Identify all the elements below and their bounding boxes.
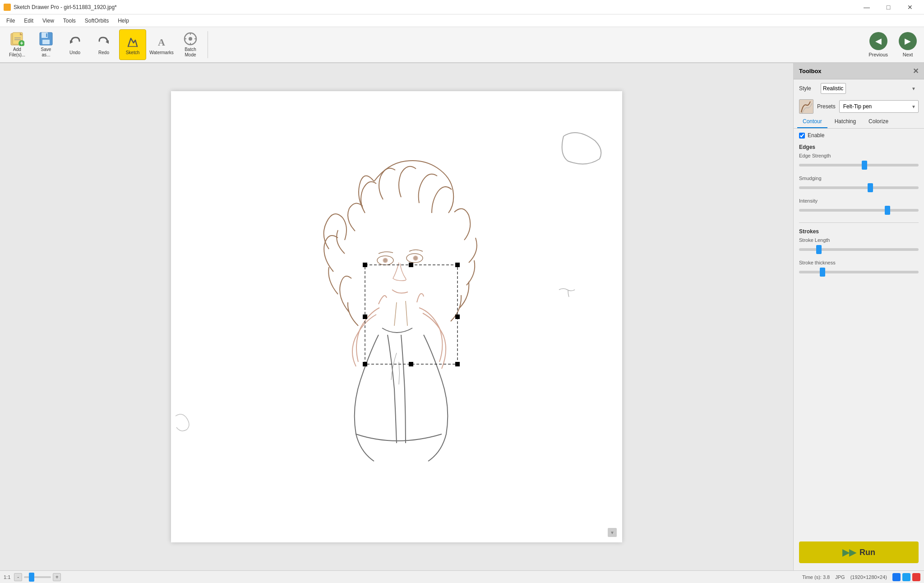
status-bar: 1:1 - + Time (s): 3.8 JPG (1920×1280×24) (0, 570, 924, 583)
menu-bar: File Edit View Tools SoftOrbits Help (0, 14, 924, 27)
undo-icon (68, 35, 82, 49)
menu-edit[interactable]: Edit (19, 16, 38, 26)
smudging-slider[interactable] (799, 186, 919, 189)
style-select[interactable]: Realistic Cartoon Pencil (821, 83, 846, 94)
enable-label: Enable (808, 132, 824, 139)
zoom-minus-button[interactable]: - (14, 573, 22, 581)
next-icon: ▶ (899, 32, 917, 50)
svg-rect-34 (455, 315, 460, 319)
toolbar: + AddFile(s)... Saveas... Undo (0, 27, 924, 63)
menu-file[interactable]: File (2, 16, 19, 26)
stroke-thickness-row: Stroke thickness (794, 258, 924, 281)
toolbox-close-button[interactable]: ✕ (913, 67, 919, 75)
stroke-thickness-slider[interactable] (799, 271, 919, 273)
tab-colorize[interactable]: Colorize (863, 116, 894, 128)
presets-select-wrapper: Felt-Tip pen Pencil Charcoal Ballpoint p… (839, 100, 919, 113)
stroke-length-slider[interactable] (799, 248, 919, 251)
toolbar-save-button[interactable]: Saveas... (32, 29, 60, 60)
smudging-row: Smudging (794, 174, 924, 196)
smudging-label: Smudging (799, 176, 919, 181)
edge-strength-slider[interactable] (799, 164, 919, 167)
zoom-ratio: 1:1 (4, 574, 10, 580)
previous-icon: ◀ (869, 32, 887, 50)
title-bar-left: Sketch Drawer Pro - girl-511883_1920.jpg… (4, 4, 117, 11)
edge-strength-row: Edge Strength (794, 151, 924, 174)
stroke-length-row: Stroke Length (794, 236, 924, 258)
svg-rect-30 (363, 263, 367, 267)
format-display: JPG (835, 574, 845, 580)
toolbar-undo-button[interactable]: Undo (61, 29, 88, 60)
corner-nav-hint: ▼ (608, 528, 617, 537)
title-text: Sketch Drawer Pro - girl-511883_1920.jpg… (14, 4, 117, 10)
run-section: ▶▶ Run (794, 534, 924, 570)
save-icon (39, 32, 53, 46)
enable-checkbox[interactable] (799, 133, 805, 139)
presets-row: Presets Felt-Tip pen Pencil Charcoal Bal… (794, 97, 924, 116)
zoom-control: - + (14, 573, 61, 581)
batch-icon (183, 32, 198, 46)
menu-help[interactable]: Help (113, 16, 134, 26)
tab-contour[interactable]: Contour (797, 116, 827, 128)
watermarks-icon: A (154, 35, 169, 49)
style-row: Style Realistic Cartoon Pencil ▼ (794, 79, 924, 97)
zoom-slider[interactable] (24, 576, 51, 578)
close-button[interactable]: ✕ (900, 0, 920, 14)
facebook-icon[interactable] (892, 573, 901, 581)
toolbar-watermarks-button[interactable]: A Watermarks (148, 29, 175, 60)
intensity-slider[interactable] (799, 209, 919, 212)
tab-hatching[interactable]: Hatching (829, 116, 861, 128)
sketch-canvas (171, 91, 622, 542)
twitter-icon[interactable] (902, 573, 910, 581)
save-label: Saveas... (41, 47, 51, 58)
svg-point-25 (383, 258, 388, 263)
canvas-area[interactable]: ▼ (0, 63, 793, 570)
svg-rect-32 (455, 263, 460, 267)
undo-label: Undo (69, 50, 80, 55)
toolbar-add-button[interactable]: + AddFile(s)... (4, 29, 31, 60)
intensity-row: Intensity (794, 196, 924, 219)
previous-label: Previous (869, 52, 888, 57)
toolbar-sketch-button[interactable]: Sketch (119, 29, 146, 60)
presets-select[interactable]: Felt-Tip pen Pencil Charcoal Ballpoint p… (839, 100, 919, 113)
batch-label: BatchMode (185, 47, 196, 58)
zoom-plus-button[interactable]: + (53, 573, 61, 581)
menu-softorbits[interactable]: SoftOrbits (80, 16, 113, 26)
app-icon (4, 4, 11, 11)
toolbar-separator (208, 31, 208, 58)
strokes-section-header: Strokes (794, 227, 924, 236)
divider (799, 222, 919, 223)
style-label: Style (799, 85, 817, 92)
next-label: Next (903, 52, 913, 57)
svg-rect-9 (42, 40, 50, 44)
title-bar-controls: — □ ✕ (856, 0, 920, 14)
minimize-button[interactable]: — (856, 0, 877, 14)
main-content: ▼ Toolbox ✕ Style Realistic Cartoon Penc… (0, 63, 924, 570)
menu-tools[interactable]: Tools (59, 16, 80, 26)
status-left: 1:1 - + (4, 573, 61, 581)
title-bar: Sketch Drawer Pro - girl-511883_1920.jpg… (0, 0, 924, 14)
run-button[interactable]: ▶▶ Run (799, 541, 919, 563)
run-arrow-icon: ▶▶ (842, 547, 856, 558)
maximize-button[interactable]: □ (878, 0, 899, 14)
watermarks-label: Watermarks (149, 50, 174, 55)
edges-section-header: Edges (794, 142, 924, 151)
next-button[interactable]: ▶ Next (895, 30, 920, 59)
toolbox-header: Toolbox ✕ (794, 63, 924, 79)
add-files-label: AddFile(s)... (9, 47, 25, 58)
svg-text:A: A (158, 37, 165, 48)
dimensions-display: (1920×1280×24) (850, 574, 887, 580)
toolbar-nav: ◀ Previous ▶ Next (865, 30, 920, 59)
svg-rect-22 (171, 91, 622, 542)
previous-button[interactable]: ◀ Previous (865, 30, 892, 59)
sketch-label: Sketch (126, 50, 140, 55)
stroke-thickness-label: Stroke thickness (799, 260, 919, 265)
svg-rect-33 (363, 315, 367, 319)
toolbar-batch-button[interactable]: BatchMode (177, 29, 204, 60)
toolbar-redo-button[interactable]: Redo (90, 29, 117, 60)
presets-label: Presets (817, 103, 836, 110)
style-select-wrapper: Realistic Cartoon Pencil ▼ (821, 83, 919, 94)
youtube-icon[interactable] (912, 573, 920, 581)
tabs-row: Contour Hatching Colorize (794, 116, 924, 129)
presets-icon (799, 99, 813, 114)
menu-view[interactable]: View (38, 16, 59, 26)
